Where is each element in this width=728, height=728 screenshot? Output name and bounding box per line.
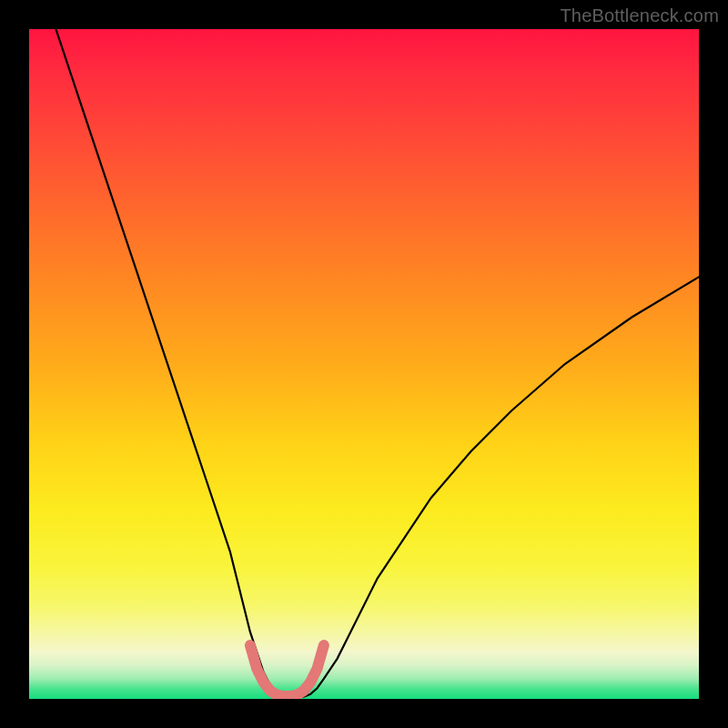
bottom-markers (250, 645, 324, 696)
chart-frame: TheBottleneck.com (0, 0, 728, 728)
bottleneck-curve (56, 29, 699, 698)
curve-layer (29, 29, 699, 699)
plot-area (29, 29, 699, 699)
watermark-text: TheBottleneck.com (560, 5, 719, 26)
